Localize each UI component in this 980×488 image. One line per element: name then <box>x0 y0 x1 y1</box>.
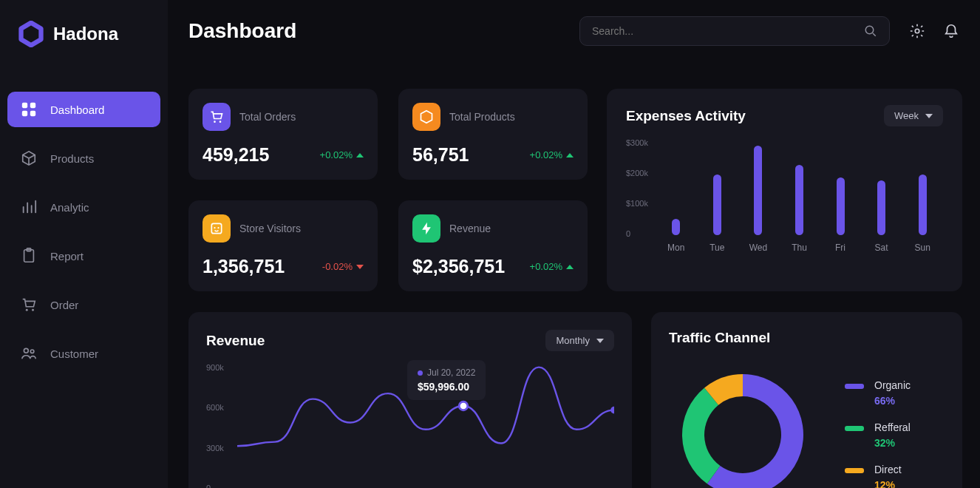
y-tick: 0 <box>626 229 648 238</box>
legend-name: Refferal <box>874 421 911 433</box>
bar-col: Fri <box>822 177 859 253</box>
card-title: Traffic Channel <box>669 330 770 345</box>
arrow-down-icon <box>356 265 364 269</box>
legend-name: Organic <box>874 379 911 391</box>
stat-label: Revenue <box>449 223 491 234</box>
sidebar-item-label: Analytic <box>50 201 89 214</box>
bar-col: Wed <box>740 146 777 253</box>
y-tick: 300k <box>206 444 224 453</box>
bar-label: Mon <box>667 243 684 253</box>
bell-icon[interactable] <box>943 23 959 39</box>
bar-label: Sun <box>914 243 930 253</box>
bar-label: Thu <box>792 243 807 253</box>
sidebar-item-analytic[interactable]: Analytic <box>7 189 160 225</box>
svg-point-19 <box>459 401 468 410</box>
bar-col: Tue <box>698 174 735 253</box>
bar <box>919 174 927 235</box>
bar <box>837 177 845 235</box>
revenue-card: Revenue Monthly 900k 600k 300k 0 <box>188 312 632 488</box>
y-tick: $100k <box>626 199 648 208</box>
svg-point-13 <box>915 29 919 33</box>
chevron-down-icon <box>596 339 604 343</box>
bar-col: Mon <box>658 219 695 253</box>
stat-value: 56,751 <box>412 144 469 166</box>
y-tick: 600k <box>206 403 224 412</box>
bar-col: Sun <box>904 174 941 253</box>
bar <box>877 180 885 235</box>
svg-point-14 <box>214 121 216 123</box>
legend-item: Refferal32% <box>845 421 911 449</box>
legend-value: 32% <box>874 437 911 449</box>
box-icon <box>21 150 37 166</box>
expenses-card: Expenses Activity Week $300k $200k $100k… <box>607 89 962 291</box>
expenses-bar-chart: $300k $200k $100k 0 MonTueWedThuFriSatSu… <box>626 138 943 253</box>
svg-rect-2 <box>30 103 35 108</box>
sidebar: Hadona Dashboard Products Analytic Repor… <box>0 0 168 488</box>
chart-tooltip: Jul 20, 2022 $59,996.00 <box>407 360 486 400</box>
sidebar-item-order[interactable]: Order <box>7 287 160 322</box>
bar-label: Tue <box>710 243 724 253</box>
arrow-up-icon <box>356 153 364 157</box>
stat-change: +0.02% <box>530 261 574 272</box>
bar <box>672 219 680 235</box>
stat-label: Store Visitors <box>239 223 301 234</box>
users-icon <box>21 345 37 362</box>
bar-label: Sat <box>875 243 888 253</box>
page-title: Dashboard <box>188 19 296 43</box>
search-input[interactable] <box>592 25 864 37</box>
sidebar-item-products[interactable]: Products <box>7 140 160 176</box>
revenue-period-selector[interactable]: Monthly <box>545 330 614 351</box>
store-icon <box>203 214 231 243</box>
stat-value: $2,356,751 <box>412 256 505 277</box>
legend-swatch <box>845 426 864 431</box>
bar <box>795 165 803 235</box>
card-title: Revenue <box>206 333 265 349</box>
expenses-period-selector[interactable]: Week <box>884 105 943 126</box>
svg-point-9 <box>24 348 28 353</box>
svg-point-15 <box>220 121 222 123</box>
svg-rect-4 <box>30 111 35 116</box>
sidebar-item-customer[interactable]: Customer <box>7 336 160 371</box>
stat-change: +0.02% <box>320 149 364 160</box>
y-tick: $200k <box>626 169 648 177</box>
legend-swatch <box>845 384 864 389</box>
stat-total-products: Total Products 56,751 +0.02% <box>398 89 588 180</box>
brand: Hadona <box>7 21 160 47</box>
legend-item: Direct12% <box>845 464 911 489</box>
y-tick: $300k <box>626 138 648 147</box>
settings-icon[interactable] <box>909 23 925 39</box>
sidebar-item-label: Report <box>50 250 84 262</box>
stat-revenue: Revenue $2,356,751 +0.02% <box>398 200 588 291</box>
stat-label: Total Orders <box>239 111 296 123</box>
legend-value: 66% <box>874 395 911 407</box>
legend-swatch <box>845 468 864 473</box>
search[interactable] <box>579 16 890 46</box>
bar <box>713 174 721 235</box>
stat-total-orders: Total Orders 459,215 +0.02% <box>188 89 378 180</box>
svg-point-8 <box>32 309 34 311</box>
stat-change: -0.02% <box>322 261 364 272</box>
cart-icon <box>203 103 231 131</box>
bar-label: Fri <box>835 243 845 253</box>
cart-icon <box>21 296 37 313</box>
sidebar-item-label: Dashboard <box>50 104 104 116</box>
search-icon <box>864 24 877 38</box>
bar <box>754 146 762 235</box>
arrow-up-icon <box>566 265 574 269</box>
stat-label: Total Products <box>449 111 515 123</box>
report-icon <box>21 248 37 264</box>
bolt-icon <box>412 214 440 243</box>
svg-point-10 <box>30 350 34 353</box>
svg-rect-16 <box>211 223 221 233</box>
legend-name: Direct <box>874 464 902 475</box>
sidebar-item-report[interactable]: Report <box>7 238 160 274</box>
sidebar-item-label: Customer <box>50 348 98 360</box>
sidebar-item-label: Products <box>50 152 94 165</box>
bar-col: Thu <box>780 165 817 253</box>
sidebar-item-dashboard[interactable]: Dashboard <box>7 92 160 127</box>
card-title: Expenses Activity <box>626 108 746 124</box>
legend-item: Organic66% <box>845 379 911 407</box>
bar-col: Sat <box>863 180 900 253</box>
y-tick: 0 <box>206 484 224 488</box>
sidebar-item-label: Order <box>50 299 78 311</box>
